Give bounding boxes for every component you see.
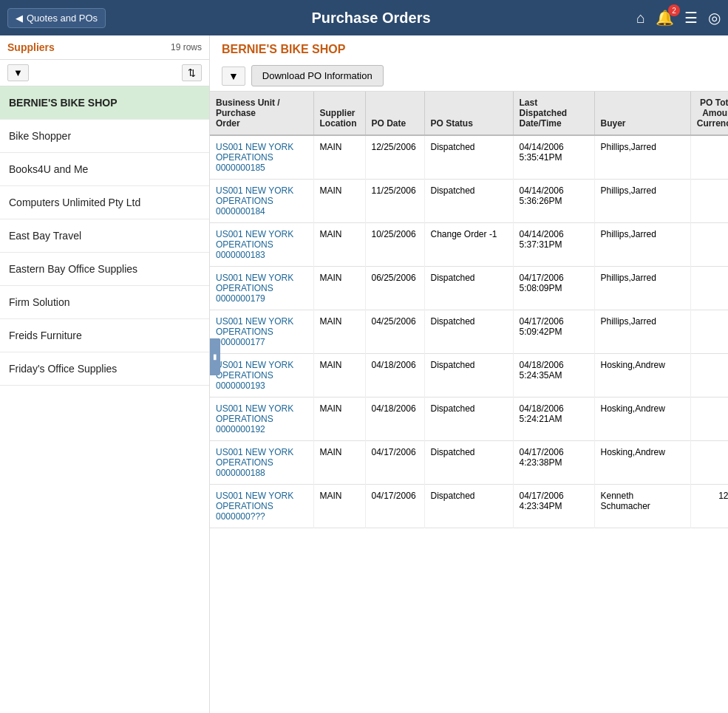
sidebar-item-firm-solution[interactable]: Firm Solution (0, 286, 209, 319)
cell-bu-po: US001 NEW YORK OPERATIONS 0000000184 (210, 180, 313, 223)
sidebar-item-eastern-bay-office[interactable]: Eastern Bay Office Supplies (0, 253, 209, 286)
cell-location: MAIN (313, 180, 365, 223)
cell-dispatched: 04/14/2006 5:36:26PM (513, 180, 594, 223)
table-row: US001 NEW YORK OPERATIONS 0000000185MAIN… (210, 135, 728, 180)
app-header: ◀ Quotes and POs Purchase Orders ⌂ 🔔 2 ☰… (0, 0, 728, 35)
po-link[interactable]: US001 NEW YORK OPERATIONS 0000000183 (216, 229, 293, 260)
sidebar-header: Suppliers 19 rows (0, 35, 209, 60)
sidebar-item-freids-furniture[interactable]: Freids Furniture (0, 319, 209, 352)
table-row: US001 NEW YORK OPERATIONS 0000000179MAIN… (210, 267, 728, 310)
cell-dispatched: 04/17/2006 4:23:38PM (513, 441, 594, 485)
cell-dispatched: 04/18/2006 5:24:35AM (513, 354, 594, 398)
po-link[interactable]: US001 NEW YORK OPERATIONS 0000000177 (216, 316, 293, 347)
cell-bu-po: US001 NEW YORK OPERATIONS 0000000??? (210, 485, 313, 528)
cell-total: 3 (690, 441, 728, 485)
content-toolbar: ▼ Download PO Information (210, 61, 728, 92)
cell-total (690, 310, 728, 354)
cell-date: 04/17/2006 (365, 441, 424, 485)
cell-buyer: Kenneth Schumacher (594, 485, 690, 528)
sidebar-controls: ▼ ⇅ (0, 60, 209, 86)
col-header-total: PO TotalAmountCurrency (690, 92, 728, 135)
sidebar-item-bike-shopper[interactable]: Bike Shopper (0, 120, 209, 153)
cell-date: 04/18/2006 (365, 354, 424, 398)
cell-total: 7 (690, 354, 728, 398)
cell-buyer: Hosking,Andrew (594, 354, 690, 398)
cell-location: MAIN (313, 398, 365, 441)
cell-bu-po: US001 NEW YORK OPERATIONS 0000000192 (210, 398, 313, 441)
cell-bu-po: US001 NEW YORK OPERATIONS 0000000185 (210, 135, 313, 180)
sidebar-filter-button[interactable]: ▼ (7, 64, 29, 81)
col-header-buyer: Buyer (594, 92, 690, 135)
cell-status: Dispatched (424, 180, 513, 223)
cell-location: MAIN (313, 310, 365, 354)
cell-date: 04/17/2006 (365, 485, 424, 528)
po-link[interactable]: US001 NEW YORK OPERATIONS 0000000192 (216, 403, 293, 434)
cell-status: Dispatched (424, 135, 513, 180)
menu-icon[interactable]: ☰ (684, 9, 698, 27)
table-row: US001 NEW YORK OPERATIONS 0000000184MAIN… (210, 180, 728, 223)
content-area: BERNIE'S BIKE SHOP ▼ Download PO Informa… (210, 35, 728, 713)
sidebar-item-computers-unlimited[interactable]: Computers Unlimited Pty Ltd (0, 186, 209, 219)
col-header-bu: Business Unit /PurchaseOrder (210, 92, 313, 135)
sidebar-item-fridays-office[interactable]: Friday's Office Supplies (0, 352, 209, 386)
sidebar-collapse-handle[interactable]: ▮ (210, 338, 220, 375)
po-link[interactable]: US001 NEW YORK OPERATIONS 0000000184 (216, 185, 293, 216)
content-header: BERNIE'S BIKE SHOP (210, 35, 728, 61)
cell-buyer: Phillips,Jarred (594, 135, 690, 180)
download-po-button[interactable]: Download PO Information (251, 65, 384, 86)
cell-date: 04/18/2006 (365, 398, 424, 441)
po-link[interactable]: US001 NEW YORK OPERATIONS 0000000??? (216, 491, 293, 522)
sidebar-row-count: 19 rows (171, 42, 202, 52)
col-header-location: SupplierLocation (313, 92, 365, 135)
cell-buyer: Phillips,Jarred (594, 267, 690, 310)
cell-bu-po: US001 NEW YORK OPERATIONS 0000000183 (210, 223, 313, 267)
home-icon[interactable]: ⌂ (636, 10, 645, 27)
cell-dispatched: 04/18/2006 5:24:21AM (513, 398, 594, 441)
po-link[interactable]: US001 NEW YORK OPERATIONS 0000000185 (216, 142, 293, 173)
cell-bu-po: US001 NEW YORK OPERATIONS 0000000179 (210, 267, 313, 310)
sidebar-item-bernies-bike-shop[interactable]: BERNIE'S BIKE SHOP (0, 86, 209, 120)
cell-status: Dispatched (424, 441, 513, 485)
cell-total (690, 267, 728, 310)
po-link[interactable]: US001 NEW YORK OPERATIONS 0000000179 (216, 273, 293, 304)
table-row: US001 NEW YORK OPERATIONS 0000000188MAIN… (210, 441, 728, 485)
sidebar-item-east-bay-travel[interactable]: East Bay Travel (0, 219, 209, 253)
cell-buyer: Hosking,Andrew (594, 441, 690, 485)
sidebar-list: BERNIE'S BIKE SHOPBike ShopperBooks4U an… (0, 86, 209, 713)
cell-location: MAIN (313, 441, 365, 485)
back-button[interactable]: ◀ Quotes and POs (7, 8, 106, 28)
main-layout: Suppliers 19 rows ▼ ⇅ BERNIE'S BIKE SHOP… (0, 35, 728, 713)
table-row: US001 NEW YORK OPERATIONS 0000000177MAIN… (210, 310, 728, 354)
cell-date: 04/25/2006 (365, 310, 424, 354)
cell-location: MAIN (313, 354, 365, 398)
cell-total (690, 135, 728, 180)
table-row: US001 NEW YORK OPERATIONS 0000000193MAIN… (210, 354, 728, 398)
cell-location: MAIN (313, 135, 365, 180)
cell-total (690, 223, 728, 267)
cell-date: 10/25/2006 (365, 223, 424, 267)
col-header-status: PO Status (424, 92, 513, 135)
cell-status: Dispatched (424, 485, 513, 528)
cell-bu-po: US001 NEW YORK OPERATIONS 0000000188 (210, 441, 313, 485)
cell-status: Dispatched (424, 398, 513, 441)
notification-icon[interactable]: 🔔 2 (656, 9, 674, 27)
cell-buyer: Phillips,Jarred (594, 223, 690, 267)
sidebar-sort-button[interactable]: ⇅ (182, 64, 202, 81)
cell-location: MAIN (313, 267, 365, 310)
compass-icon[interactable]: ◎ (708, 9, 721, 27)
sidebar-item-books4u-and-me[interactable]: Books4U and Me (0, 153, 209, 186)
sidebar: Suppliers 19 rows ▼ ⇅ BERNIE'S BIKE SHOP… (0, 35, 210, 713)
cell-bu-po: US001 NEW YORK OPERATIONS 0000000177 (210, 310, 313, 354)
po-link[interactable]: US001 NEW YORK OPERATIONS 0000000188 (216, 447, 293, 478)
cell-dispatched: 04/17/2006 5:08:09PM (513, 267, 594, 310)
po-link[interactable]: US001 NEW YORK OPERATIONS 0000000193 (216, 360, 293, 391)
table-filter-button[interactable]: ▼ (222, 66, 245, 86)
cell-dispatched: 04/14/2006 5:37:31PM (513, 223, 594, 267)
cell-status: Dispatched (424, 310, 513, 354)
cell-dispatched: 04/17/2006 4:23:34PM (513, 485, 594, 528)
cell-status: Dispatched (424, 354, 513, 398)
cell-date: 12/25/2006 (365, 135, 424, 180)
cell-date: 06/25/2006 (365, 267, 424, 310)
notification-badge: 2 (668, 4, 680, 16)
table-header-row: Business Unit /PurchaseOrder SupplierLoc… (210, 92, 728, 135)
